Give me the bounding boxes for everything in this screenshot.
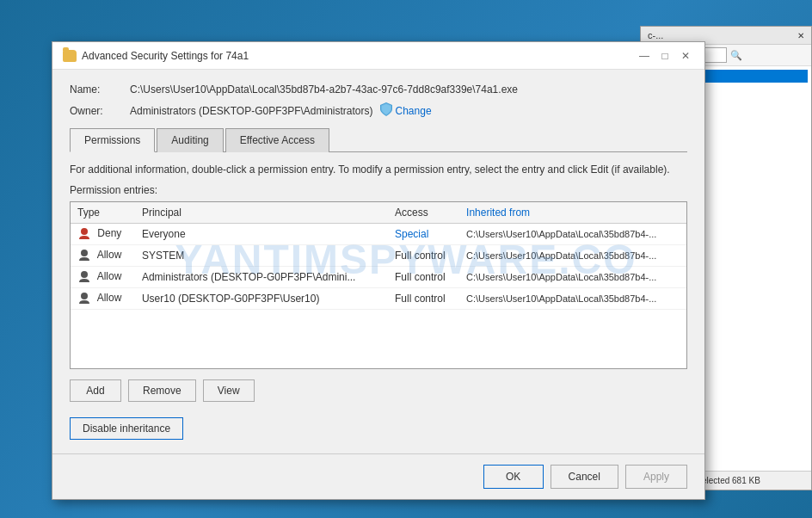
fe-close-btn[interactable]: ✕ [797,31,804,40]
name-label: Name: [70,83,130,96]
row3-inherited: C:\Users\User10\AppData\Local\35bd87b4-.… [459,266,686,287]
fe-search-icon[interactable]: 🔍 [730,50,742,61]
row1-type: Deny [71,223,135,244]
table-row[interactable]: Allow Administrators (DESKTOP-G0PF3PF\Ad… [71,266,686,287]
dialog-window-controls: — □ ✕ [636,48,694,64]
row2-access: Full control [388,244,459,266]
col-principal[interactable]: Principal [135,202,388,224]
change-owner-link[interactable]: Change [380,102,432,119]
row1-inherited: C:\Users\User10\AppData\Local\35bd87b4-.… [459,223,686,244]
apply-button[interactable]: Apply [625,465,687,489]
permission-table-container: Type Principal Access Inherited from [70,201,687,369]
permission-table-header: Type Principal Access Inherited from [71,202,686,224]
tab-permissions[interactable]: Permissions [70,128,155,152]
row3-access: Full control [388,266,459,287]
dialog-title: Advanced Security Settings for 74a1 [82,50,249,62]
row3-type: Allow [71,266,135,287]
tabs-container: Permissions Auditing Effective Access [70,127,687,152]
owner-value: Administrators (DESKTOP-G0PF3PF\Administ… [130,105,373,117]
view-button[interactable]: View [203,379,255,402]
shield-icon [380,102,392,119]
dialog-titlebar: Advanced Security Settings for 74a1 — □ … [52,42,704,70]
col-type[interactable]: Type [71,202,135,224]
remove-button[interactable]: Remove [128,379,196,402]
tab-effective-access[interactable]: Effective Access [225,128,329,152]
dialog-body: Name: C:\Users\User10\AppData\Local\35bd… [52,70,704,453]
change-link-text: Change [396,105,432,117]
svg-point-1 [81,250,88,256]
add-button[interactable]: Add [70,379,121,402]
folder-icon [63,50,77,62]
permission-actions: Add Remove View [70,379,687,402]
svg-point-0 [81,228,88,235]
row1-principal: Everyone [135,223,388,244]
svg-point-3 [81,293,88,299]
owner-row: Owner: Administrators (DESKTOP-G0PF3PF\A… [70,102,687,119]
row4-access: Full control [388,287,459,309]
minimize-button[interactable]: — [636,48,653,64]
row2-principal: SYSTEM [135,244,388,266]
row2-type: Allow [71,244,135,266]
svg-point-2 [81,271,88,278]
row3-principal: Administrators (DESKTOP-G0PF3PF\Admini..… [135,266,388,287]
permission-table: Type Principal Access Inherited from [71,202,686,310]
advanced-security-dialog: Advanced Security Settings for 74a1 — □ … [52,41,705,500]
row4-type: Allow [71,287,135,309]
name-row: Name: C:\Users\User10\AppData\Local\35bd… [70,83,687,96]
row1-access: Special [388,223,459,244]
desktop: c-... ✕ ◀ 🔍 74a1.exe 1 item 1 item selec… [0,0,812,518]
tab-auditing[interactable]: Auditing [157,128,223,152]
cancel-button[interactable]: Cancel [551,465,618,489]
close-button[interactable]: ✕ [677,48,694,64]
dialog-footer: OK Cancel Apply [52,453,704,499]
table-row[interactable]: Allow SYSTEM Full control C:\Users\User1… [71,244,686,266]
disable-inheritance-button[interactable]: Disable inheritance [70,417,183,440]
maximize-button[interactable]: □ [656,48,674,64]
file-explorer-title: c-... [648,30,663,40]
table-row[interactable]: Deny Everyone Special C:\Users\User10\Ap… [71,223,686,244]
table-row[interactable]: Allow User10 (DESKTOP-G0PF3PF\User10) Fu… [71,287,686,309]
owner-label: Owner: [70,105,130,117]
ok-button[interactable]: OK [483,465,544,489]
col-access[interactable]: Access [388,202,459,224]
row1-access-link[interactable]: Special [395,228,428,240]
row4-inherited: C:\Users\User10\AppData\Local\35bd87b4-.… [459,287,686,309]
permission-entries-label: Permission entries: [70,184,687,196]
permission-table-body: Deny Everyone Special C:\Users\User10\Ap… [71,223,686,309]
row2-inherited: C:\Users\User10\AppData\Local\35bd87b4-.… [459,244,686,266]
col-inherited-from[interactable]: Inherited from [459,202,686,224]
permissions-info-text: For additional information, double-click… [70,163,687,177]
dialog-title-area: Advanced Security Settings for 74a1 [63,50,249,62]
row4-principal: User10 (DESKTOP-G0PF3PF\User10) [135,287,388,309]
disable-inheritance-area: Disable inheritance [70,409,687,440]
name-value: C:\Users\User10\AppData\Local\35bd87b4-a… [130,83,518,96]
